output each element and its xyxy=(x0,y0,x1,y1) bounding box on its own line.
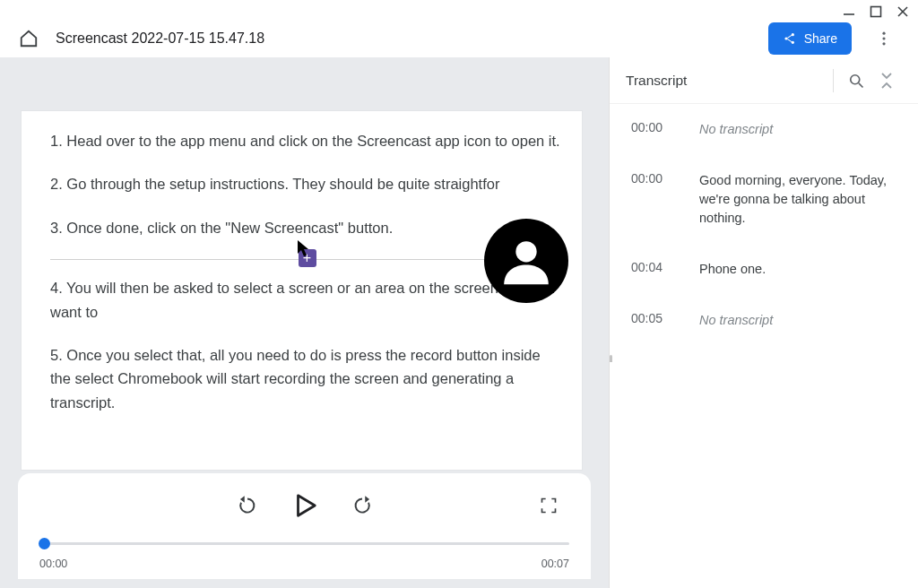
svg-point-16 xyxy=(851,74,860,83)
transcript-title: Transcript xyxy=(626,73,826,89)
svg-point-9 xyxy=(882,32,885,35)
forward-10-icon xyxy=(351,494,374,517)
transcript-time: 00:04 xyxy=(631,260,678,274)
svg-point-12 xyxy=(515,241,536,262)
doc-line: 1. Head over to the app menu and click o… xyxy=(50,129,564,152)
share-button[interactable]: Share xyxy=(768,22,852,55)
search-icon xyxy=(847,72,865,90)
transcript-time: 00:00 xyxy=(631,120,678,134)
transcript-panel: Transcript 00:00 No transcript 00:00 Goo… xyxy=(609,57,918,588)
minimize-icon[interactable] xyxy=(843,5,855,18)
replay-10-icon xyxy=(236,494,259,517)
play-button[interactable] xyxy=(290,490,320,521)
search-button[interactable] xyxy=(841,65,871,96)
share-icon xyxy=(783,31,797,46)
doc-line: 3. Once done, click on the "New Screenca… xyxy=(50,216,564,239)
fullscreen-icon xyxy=(540,497,558,514)
player-bar: 00:00 00:07 xyxy=(18,473,591,579)
doc-line: 5. Once you select that, all you need to… xyxy=(50,343,564,414)
divider xyxy=(833,69,834,92)
timeline[interactable] xyxy=(39,534,569,552)
svg-marker-15 xyxy=(365,496,369,503)
video-panel: 1. Head over to the app menu and click o… xyxy=(0,57,609,588)
play-icon xyxy=(291,492,318,519)
page-title: Screencast 2022-07-15 15.47.18 xyxy=(56,30,752,47)
svg-line-8 xyxy=(787,39,792,42)
transcript-text: Phone one. xyxy=(699,260,896,279)
transcript-text: No transcript xyxy=(699,120,896,139)
timeline-thumb[interactable] xyxy=(39,538,50,549)
insert-plus-icon: + xyxy=(299,249,316,267)
transcript-row[interactable]: 00:00 No transcript xyxy=(631,120,896,139)
transcript-time: 00:05 xyxy=(631,311,678,325)
transcript-body[interactable]: 00:00 No transcript 00:00 Good morning, … xyxy=(610,104,918,362)
svg-line-17 xyxy=(859,82,863,87)
svg-point-10 xyxy=(882,37,885,39)
doc-line: 4. You will then be asked to select a sc… xyxy=(50,276,564,324)
chevron-down-icon xyxy=(879,70,894,81)
person-icon xyxy=(495,229,558,292)
window-controls xyxy=(843,5,909,18)
transcript-row[interactable]: 00:00 Good morning, everyone. Today, we'… xyxy=(631,171,896,228)
current-time: 00:00 xyxy=(39,558,67,570)
forward-10-button[interactable] xyxy=(347,490,377,521)
transcript-text: Good morning, everyone. Today, we're gon… xyxy=(699,171,896,228)
fullscreen-button[interactable] xyxy=(533,490,564,521)
transcript-header: Transcript xyxy=(610,57,918,104)
replay-10-button[interactable] xyxy=(232,490,263,521)
duration-time: 00:07 xyxy=(541,558,569,570)
svg-marker-13 xyxy=(239,496,244,503)
transcript-time: 00:00 xyxy=(631,171,678,186)
svg-rect-1 xyxy=(871,7,881,17)
transcript-row[interactable]: 00:05 No transcript xyxy=(631,311,896,330)
speaker-avatar xyxy=(484,219,568,303)
home-icon[interactable] xyxy=(18,28,39,49)
chevron-up-icon xyxy=(879,81,894,91)
timeline-track xyxy=(39,542,569,545)
scroll-indicator xyxy=(610,355,612,362)
svg-marker-14 xyxy=(298,496,315,516)
topbar: Screencast 2022-07-15 15.47.18 Share xyxy=(0,0,918,57)
more-button[interactable] xyxy=(868,22,900,55)
doc-line: 2. Go through the setup instructions. Th… xyxy=(50,172,564,195)
maximize-icon[interactable] xyxy=(870,5,882,18)
transcript-text: No transcript xyxy=(699,311,896,330)
transcript-row[interactable]: 00:04 Phone one. xyxy=(631,260,896,279)
svg-line-7 xyxy=(787,35,792,38)
share-button-label: Share xyxy=(804,31,837,46)
video-area[interactable]: 1. Head over to the app menu and click o… xyxy=(0,57,609,473)
expand-collapse-button[interactable] xyxy=(871,65,902,96)
close-icon[interactable] xyxy=(896,5,909,18)
svg-point-11 xyxy=(882,42,885,45)
more-vert-icon xyxy=(875,30,893,48)
